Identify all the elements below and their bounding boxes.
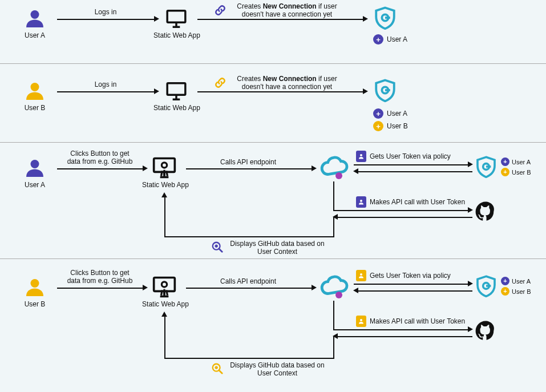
link-icon (215, 77, 226, 90)
plus-icon: + (373, 34, 383, 45)
panel-user-a-login: User A Logs in Static Web App Creates Ne… (0, 0, 546, 64)
user-b-icon (25, 277, 45, 300)
app-label: Static Web App (136, 300, 195, 308)
plus-icon: + (373, 108, 383, 119)
shield-icon (373, 6, 397, 31)
apicall-card-icon (356, 196, 366, 208)
api-label: Calls API endpoint (211, 277, 285, 285)
registered-user-b: + User B (373, 121, 408, 131)
registered-user-b: + User B (501, 168, 531, 176)
action-label: Logs in (77, 80, 134, 88)
action-label: Logs in (77, 8, 134, 16)
display-label: Displays GitHub data based on User Conte… (226, 240, 329, 256)
app-label: Static Web App (136, 181, 195, 189)
shield-icon (373, 78, 397, 104)
api-label: Calls API endpoint (211, 158, 285, 166)
magnify-icon (211, 362, 224, 377)
registered-user-a: + User A (501, 277, 531, 285)
user-a-label: User A (16, 181, 54, 189)
monitor-touch-icon (152, 155, 177, 182)
monitor-touch-icon (152, 274, 177, 301)
panel-user-b-request: User B Clicks Button to get data from e.… (0, 259, 546, 391)
cloud-icon (318, 153, 349, 183)
apicall-label: Makes API call with User Token (370, 317, 465, 325)
user-b-label: User B (16, 300, 54, 308)
connection-label: Creates New Connection if user doesn't h… (227, 75, 347, 91)
token-label: Gets User Token via policy (370, 272, 451, 280)
user-b-label: User B (16, 104, 54, 112)
app-label: Static Web App (147, 104, 207, 112)
plus-icon: + (501, 287, 509, 296)
token-card-icon (356, 270, 366, 281)
user-a-icon (25, 9, 45, 31)
cloud-icon (318, 272, 349, 302)
plus-icon: + (501, 277, 509, 285)
shield-icon (475, 155, 498, 180)
apicall-label: Makes API call with User Token (370, 198, 465, 206)
registered-user-a: + User A (501, 157, 531, 166)
token-card-icon (356, 151, 366, 162)
monitor-icon (164, 8, 188, 31)
user-a-label: User A (16, 31, 54, 39)
display-label: Displays GitHub data based on User Conte… (226, 361, 329, 377)
apicall-card-icon (356, 316, 366, 327)
panel-user-a-request: User A Clicks Button to get data from e.… (0, 143, 546, 259)
user-b-icon (25, 81, 45, 103)
registered-user-b: + User B (501, 287, 531, 296)
plus-icon: + (501, 168, 509, 176)
action-label: Clicks Button to get data from e.g. GitH… (63, 149, 137, 165)
token-label: Gets User Token via policy (370, 152, 451, 160)
connection-label: Creates New Connection if user doesn't h… (227, 2, 347, 18)
magnify-icon (211, 241, 224, 255)
plus-icon: + (501, 157, 509, 166)
app-label: Static Web App (147, 31, 207, 39)
shield-icon (475, 274, 498, 299)
plus-icon: + (373, 121, 383, 131)
monitor-icon (164, 80, 188, 104)
github-icon (475, 320, 496, 343)
action-label: Clicks Button to get data from e.g. GitH… (63, 269, 137, 285)
panel-user-b-login: User B Logs in Static Web App Creates Ne… (0, 64, 546, 143)
registered-user-a: + User A (373, 108, 407, 119)
registered-user-a: + User A (373, 34, 407, 45)
user-a-icon (25, 158, 45, 180)
github-icon (475, 201, 496, 224)
link-icon (215, 5, 226, 18)
